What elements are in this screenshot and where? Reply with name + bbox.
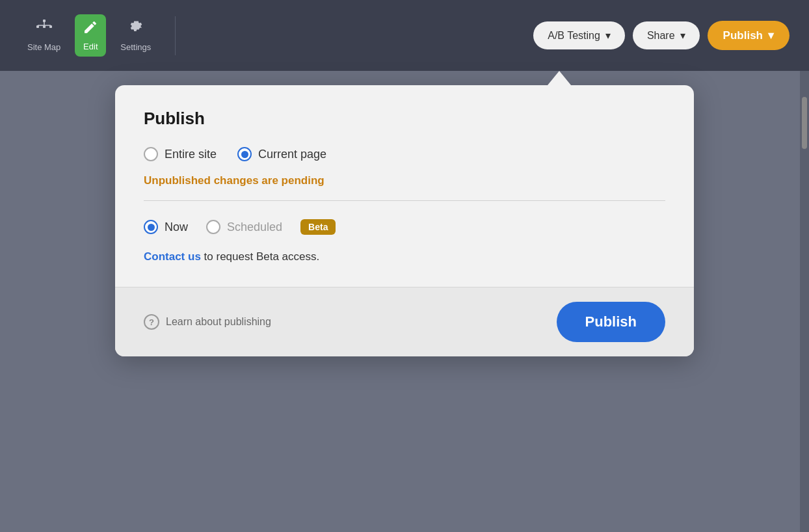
now-option[interactable]: Now <box>144 220 188 234</box>
popup-body: Publish Entire site Current page Unpubli… <box>115 85 694 287</box>
now-label: Now <box>165 220 188 234</box>
share-label: Share <box>647 30 675 42</box>
entire-site-radio[interactable] <box>144 147 158 161</box>
sitemap-label: Site Map <box>27 42 60 52</box>
ab-testing-button[interactable]: A/B Testing ▾ <box>533 21 625 49</box>
scheduled-radio[interactable] <box>206 220 220 234</box>
contact-link[interactable]: Contact us <box>144 250 201 263</box>
nav-divider <box>175 16 176 55</box>
scheduled-label: Scheduled <box>227 220 282 234</box>
popup-title: Publish <box>144 109 665 129</box>
edit-nav-item[interactable]: Edit <box>75 14 106 57</box>
contact-suffix: to request Beta access. <box>204 250 320 263</box>
current-page-label: Current page <box>258 148 326 161</box>
publish-popup: Publish Entire site Current page Unpubli… <box>115 85 694 356</box>
publish-button[interactable]: Publish <box>557 302 665 342</box>
publish-nav-chevron-icon: ▾ <box>768 29 774 42</box>
learn-link[interactable]: ? Learn about publishing <box>144 314 271 330</box>
ab-testing-chevron-icon: ▾ <box>605 29 611 42</box>
scrollbar-track[interactable] <box>800 71 809 532</box>
popup-divider <box>144 200 665 201</box>
share-button[interactable]: Share ▾ <box>633 21 700 49</box>
timing-radio-group: Now Scheduled Beta <box>144 219 665 235</box>
now-radio[interactable] <box>144 220 158 234</box>
popup-footer: ? Learn about publishing Publish <box>115 287 694 356</box>
scheduled-option[interactable]: Scheduled <box>206 220 282 234</box>
scope-radio-group: Entire site Current page <box>144 147 665 161</box>
current-page-option[interactable]: Current page <box>237 147 326 161</box>
edit-label: Edit <box>83 42 98 51</box>
main-content: Publish Entire site Current page Unpubli… <box>0 71 809 532</box>
publish-button-label: Publish <box>585 313 637 330</box>
topbar-right: A/B Testing ▾ Share ▾ Publish ▾ <box>533 21 789 50</box>
pending-message: Unpublished changes are pending <box>144 174 665 187</box>
learn-label: Learn about publishing <box>166 316 271 328</box>
entire-site-label: Entire site <box>165 148 217 161</box>
ab-testing-label: A/B Testing <box>548 30 600 42</box>
sitemap-icon <box>36 19 53 40</box>
question-mark: ? <box>149 317 154 327</box>
popup-caret <box>548 71 571 85</box>
entire-site-option[interactable]: Entire site <box>144 147 217 161</box>
publish-nav-button[interactable]: Publish ▾ <box>708 21 789 50</box>
sitemap-nav-item[interactable]: Site Map <box>20 14 68 57</box>
edit-icon <box>83 20 98 39</box>
settings-icon <box>127 19 144 40</box>
beta-badge: Beta <box>300 219 336 235</box>
help-icon: ? <box>144 314 159 330</box>
settings-label: Settings <box>120 42 151 52</box>
publish-nav-label: Publish <box>723 29 763 42</box>
svg-rect-0 <box>43 20 46 22</box>
topbar: Site Map Edit Settings A/B Testing ▾ Sha… <box>0 0 809 71</box>
contact-text: Contact us to request Beta access. <box>144 250 665 263</box>
scrollbar-thumb <box>802 97 807 149</box>
share-chevron-icon: ▾ <box>680 29 685 42</box>
settings-nav-item[interactable]: Settings <box>113 14 159 57</box>
current-page-radio[interactable] <box>237 147 252 161</box>
